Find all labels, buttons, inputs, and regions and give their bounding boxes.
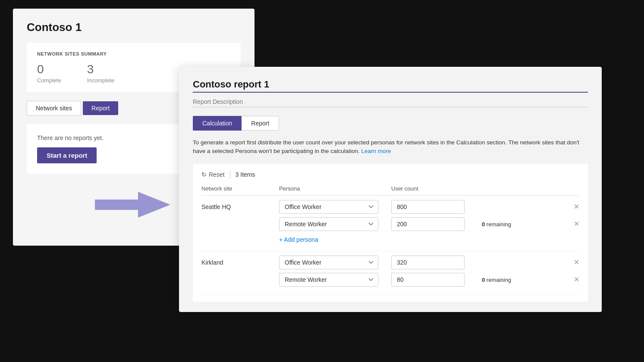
tab-calculation[interactable]: Calculation: [193, 116, 242, 131]
tab-network-sites[interactable]: Network sites: [27, 101, 81, 115]
table-body: Seattle HQ Office Worker Remote Worker ✕: [201, 196, 579, 295]
table-area: ↻ Reset 3 Items Network site Persona Use…: [193, 164, 588, 302]
col-spacer: [478, 185, 566, 192]
persona-select-wrapper-k2: Office Worker Remote Worker: [279, 273, 391, 287]
site-name-kirkland: Kirkland: [201, 259, 279, 266]
persona-select-kirkland-1[interactable]: Office Worker Remote Worker: [279, 256, 378, 269]
persona-select-seattle-2[interactable]: Office Worker Remote Worker: [279, 217, 378, 231]
summary-label: NETWORK SITES SUMMARY: [37, 51, 230, 56]
learn-more-link[interactable]: Learn more: [361, 148, 391, 154]
close-button-seattle-1[interactable]: ✕: [574, 203, 579, 211]
info-text: To generate a report first distribute th…: [193, 138, 588, 156]
items-count: 3 Items: [236, 171, 255, 178]
complete-count-item: 0 Complete: [37, 62, 61, 84]
remaining-badge-kirkland-2: 0 remaining: [478, 277, 511, 283]
complete-label: Complete: [37, 77, 61, 84]
close-button-kirkland-2[interactable]: ✕: [574, 275, 579, 284]
complete-count: 0: [37, 62, 61, 76]
arrow-icon: [95, 192, 170, 218]
site-name-seattle: Seattle HQ: [201, 203, 279, 210]
table-row: Office Worker Remote Worker 0 remaining …: [201, 273, 579, 287]
tab-report[interactable]: Report: [242, 116, 279, 131]
user-count-wrapper-seattle-1: [391, 200, 478, 214]
remaining-badge-seattle-2: 0 remaining: [478, 221, 511, 228]
user-count-input-seattle-2[interactable]: [391, 217, 465, 231]
incomplete-label: Incomplete: [87, 77, 115, 84]
tab-report[interactable]: Report: [83, 101, 118, 115]
reset-label: Reset: [209, 171, 225, 178]
user-count-wrapper-seattle-2: [391, 217, 478, 231]
reset-icon: ↻: [201, 171, 207, 178]
report-description-input[interactable]: [193, 98, 588, 107]
col-network-site: Network site: [201, 185, 279, 192]
panel-tabs-row: Calculation Report: [193, 116, 588, 131]
incomplete-count-item: 3 Incomplete: [87, 62, 115, 84]
user-count-wrapper-kirkland-1: [391, 256, 478, 269]
remaining-kirkland-2: 0 remaining: [478, 276, 566, 284]
toolbar-divider: [230, 171, 230, 178]
add-persona-row-seattle: + Add persona: [201, 234, 579, 247]
svg-marker-0: [95, 192, 170, 218]
user-count-wrapper-kirkland-2: [391, 273, 478, 287]
persona-select-wrapper-2: Office Worker Remote Worker: [279, 217, 391, 231]
main-panel: Calculation Report To generate a report …: [179, 67, 602, 312]
table-toolbar: ↻ Reset 3 Items: [201, 171, 579, 178]
close-button-seattle-2[interactable]: ✕: [574, 220, 579, 228]
persona-select-wrapper: Office Worker Remote Worker: [279, 200, 391, 214]
close-button-kirkland-1[interactable]: ✕: [574, 258, 579, 266]
persona-select-kirkland-2[interactable]: Office Worker Remote Worker: [279, 273, 378, 287]
report-title-input[interactable]: [193, 79, 588, 93]
table-row: Seattle HQ Office Worker Remote Worker ✕: [201, 200, 579, 214]
col-user-count: User count: [391, 185, 478, 192]
remaining-seattle-2: 0 remaining: [478, 220, 566, 228]
arrow-container: [95, 192, 170, 219]
user-count-input-kirkland-1[interactable]: [391, 256, 465, 269]
site-group-seattle: Seattle HQ Office Worker Remote Worker ✕: [201, 196, 579, 251]
table-row: Kirkland Office Worker Remote Worker ✕: [201, 256, 579, 269]
bg-card-title: Contoso 1: [27, 21, 241, 34]
user-count-input-seattle-1[interactable]: [391, 200, 465, 214]
table-row: Office Worker Remote Worker 0 remaining …: [201, 217, 579, 231]
col-action: [566, 185, 579, 192]
add-persona-button-seattle[interactable]: + Add persona: [201, 234, 318, 245]
persona-select-wrapper-k1: Office Worker Remote Worker: [279, 256, 391, 269]
incomplete-count: 3: [87, 62, 115, 76]
reset-button[interactable]: ↻ Reset: [201, 171, 225, 178]
start-report-button[interactable]: Start a report: [37, 147, 97, 163]
table-header: Network site Persona User count: [201, 185, 579, 196]
col-persona: Persona: [279, 185, 391, 192]
site-group-kirkland: Kirkland Office Worker Remote Worker ✕: [201, 251, 579, 295]
persona-select-seattle-1[interactable]: Office Worker Remote Worker: [279, 200, 378, 214]
user-count-input-kirkland-2[interactable]: [391, 273, 465, 287]
